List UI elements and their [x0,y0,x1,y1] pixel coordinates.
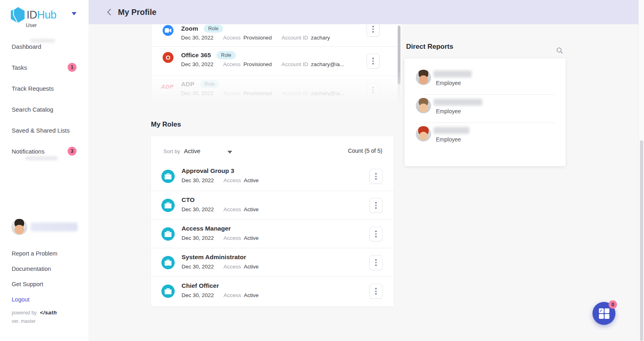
kebab-menu-icon[interactable] [367,83,380,98]
page-title: My Profile [118,8,157,17]
role-badge: Role [200,80,219,88]
access-status: Provisioned [244,61,272,67]
redacted-name [31,222,78,231]
chevron-left-icon [107,8,111,16]
report-a-problem-link[interactable]: Report a Problem [12,246,58,261]
zoom-app-icon [163,25,173,36]
idhub-hexagon-icon [10,6,25,23]
chevron-down-icon[interactable] [72,12,76,15]
sidebar-item-saved-shared-lists[interactable]: Saved & Shared Lists [0,120,89,141]
role-badge: Role [217,51,236,59]
access-status: Provisioned [244,35,272,41]
version-label: ver. master [12,318,35,324]
powered-by: powered by </sath [12,310,57,316]
tasks-count-badge: 1 [68,63,76,72]
sath-logo: </sath [40,310,57,316]
page-scrollbar-thumb[interactable] [640,140,643,341]
redacted-name [433,127,469,134]
app-row-zoom[interactable]: Zoom Role Dec 30, 2022 Access Provisione… [152,24,401,46]
kebab-menu-icon[interactable] [369,169,382,184]
logout-link[interactable]: Logout [12,292,58,307]
app-logo[interactable]: IDHub [10,6,56,23]
avatar [416,70,431,85]
search-icon[interactable] [556,47,563,54]
account-id: zachary@ia... [311,61,344,67]
app-row-adp[interactable]: ADP ADP Role Dec 30, 2022 Access Provisi… [152,75,401,104]
app-name: Zoom [181,25,198,32]
app-meta: Dec 30, 2022 Access Provisioned Account … [181,90,344,96]
kebab-menu-icon[interactable] [369,227,382,241]
role-briefcase-icon [161,285,175,298]
fab-count-badge: 0 [609,300,617,309]
page-scrollbar-track [638,0,644,341]
direct-reports-card: Employee Employee Employee [405,58,566,166]
my-roles-title: My Roles [151,121,181,129]
documentation-link[interactable]: Documentation [12,261,58,277]
employee-role-label: Employee [436,108,461,114]
sidebar: IDHub User Dashboard Tasks 1 Track Reque… [0,0,89,341]
sidebar-item-dashboard[interactable]: Dashboard [0,36,89,57]
role-briefcase-icon [161,227,175,241]
workspace-label: User [26,22,37,28]
redacted-text [25,156,58,160]
role-badge: Role [204,25,223,33]
card-scrollbar-thumb[interactable] [398,26,400,84]
direct-report-row[interactable]: Employee [405,123,566,151]
role-row[interactable]: Access Manager Dec 30, 2022 Access Activ… [151,219,394,248]
back-button[interactable] [107,8,111,16]
account-id: zachary [311,35,330,41]
access-status: Active [244,177,259,183]
direct-report-row[interactable]: Employee [405,67,566,95]
quick-apps-button[interactable]: ✓ 0 [592,302,615,325]
role-row[interactable]: System Administrator Dec 30, 2022 Access… [151,248,394,277]
app-meta: Dec 30, 2022 Access Provisioned Account … [181,61,344,67]
my-applications-card: Zoom Role Dec 30, 2022 Access Provisione… [152,24,401,105]
app-row-office365[interactable]: O Office 365 Role Dec 30, 2022 Access Pr… [152,46,401,75]
get-support-link[interactable]: Get Support [12,277,58,292]
current-user[interactable] [11,219,78,235]
role-date: Dec 30, 2022 [182,292,214,298]
account-id: zachary@ia... [311,90,344,96]
app-date: Dec 30, 2022 [181,90,213,96]
app-name: ADP [181,81,194,88]
role-row[interactable]: CTO Dec 30, 2022 Access Active [151,191,394,219]
app-name: Office 365 [181,52,211,59]
access-status: Active [244,235,259,241]
office365-app-icon: O [163,52,173,63]
sidebar-item-track-requests[interactable]: Track Requests [0,78,89,99]
access-status: Active [244,264,259,270]
access-status: Provisioned [244,90,272,96]
sidebar-item-tasks[interactable]: Tasks 1 [0,57,89,78]
adp-app-icon: ADP [161,83,174,90]
role-row[interactable]: Chief Officer Dec 30, 2022 Access Active [151,277,394,305]
employee-role-label: Employee [436,80,461,86]
sort-select[interactable]: Active [184,148,200,154]
kebab-menu-icon[interactable] [369,255,382,270]
employee-role-label: Employee [436,136,461,143]
app-logo-text: IDHub [27,9,56,21]
avatar [416,126,431,141]
sidebar-nav: Dashboard Tasks 1 Track Requests Search … [0,36,89,162]
access-status: Active [244,206,259,212]
roles-toolbar: Sort by Active Count (5 of 5) [151,136,394,162]
sidebar-footer-links: Report a Problem Documentation Get Suppo… [12,246,58,307]
direct-reports-title: Direct Reports [406,43,453,51]
kebab-menu-icon[interactable] [367,54,380,69]
kebab-menu-icon[interactable] [369,284,382,299]
access-status: Active [244,292,259,298]
role-date: Dec 30, 2022 [182,177,214,183]
kebab-menu-icon[interactable] [369,198,382,213]
role-date: Dec 30, 2022 [182,206,214,212]
grid-apps-icon: ✓ [599,308,609,319]
page-header: My Profile [89,0,638,24]
role-briefcase-icon [161,256,175,269]
redacted-name [433,71,472,77]
role-row[interactable]: Approval Group 3 Dec 30, 2022 Access Act… [151,162,394,191]
sort-caret-icon[interactable] [227,151,232,154]
direct-report-row[interactable]: Employee [405,95,566,123]
roles-count: Count (5 of 5) [348,148,382,154]
sidebar-item-search-catalog[interactable]: Search Catalog [0,99,89,120]
role-date: Dec 30, 2022 [182,235,214,241]
redacted-name [433,99,482,106]
app-meta: Dec 30, 2022 Access Provisioned Account … [181,35,330,41]
